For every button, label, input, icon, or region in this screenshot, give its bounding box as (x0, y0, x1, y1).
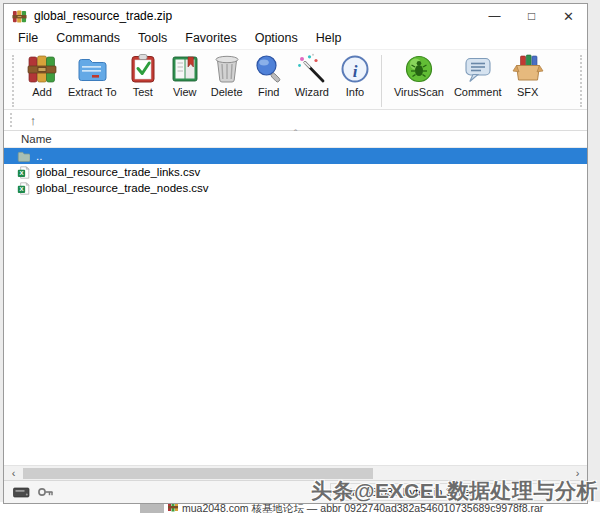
scroll-right-arrow[interactable]: › (570, 466, 585, 480)
delete-trash-icon (211, 53, 243, 85)
info-icon: i (339, 53, 371, 85)
delete-button[interactable]: Delete (206, 52, 248, 99)
wizard-wand-icon (296, 53, 328, 85)
view-file-icon (169, 53, 201, 85)
status-bar: Total 38,337 bytes in 2 files (4, 480, 587, 503)
virus-scan-label: VirusScan (394, 86, 444, 98)
virus-scan-icon (403, 53, 435, 85)
toolbar: Add Extract To Test (4, 49, 587, 110)
up-one-level-button[interactable]: ↑ (21, 112, 45, 129)
extract-to-label: Extract To (68, 86, 117, 98)
list-column-header: Name ˆ (4, 130, 587, 148)
menu-tools[interactable]: Tools (129, 29, 176, 48)
info-button[interactable]: i Info (334, 52, 376, 99)
delete-label: Delete (211, 86, 243, 98)
find-label: Find (258, 86, 279, 98)
maximize-button[interactable]: □ (513, 4, 550, 28)
menu-favorites[interactable]: Favorites (176, 29, 245, 48)
test-label: Test (133, 86, 153, 98)
menu-bar: File Commands Tools Favorites Options He… (4, 28, 587, 49)
minimize-button[interactable]: — (476, 4, 513, 28)
file-list: .. X global_resource_trade_links.csv X g… (4, 148, 587, 465)
menu-help[interactable]: Help (307, 29, 351, 48)
view-button[interactable]: View (164, 52, 206, 99)
view-label: View (173, 86, 197, 98)
file-name: .. (36, 150, 42, 162)
scrollbar-thumb[interactable] (23, 468, 373, 479)
sfx-icon (512, 53, 544, 85)
add-archive-icon (26, 53, 58, 85)
disk-drive-icon[interactable] (13, 487, 30, 498)
address-bar-gripper[interactable] (10, 113, 13, 127)
status-total-text: Total 38,337 bytes in 2 files (337, 486, 476, 498)
window-title: global_resource_trade.zip (34, 9, 172, 23)
toolbar-right-gripper (580, 55, 583, 107)
test-button[interactable]: Test (122, 52, 164, 99)
file-row-links-csv[interactable]: X global_resource_trade_links.csv (4, 164, 587, 180)
info-label: Info (346, 86, 364, 98)
find-magnifier-icon (253, 53, 285, 85)
comment-icon (462, 53, 494, 85)
address-bar: ↑ (4, 110, 587, 130)
name-column-header[interactable]: Name (21, 133, 52, 145)
file-name: global_resource_trade_nodes.csv (36, 182, 209, 194)
extract-to-button[interactable]: Extract To (63, 52, 122, 99)
toolbar-gripper[interactable] (12, 55, 15, 107)
wizard-button[interactable]: Wizard (290, 52, 334, 99)
menu-commands[interactable]: Commands (47, 29, 129, 48)
close-button[interactable]: ✕ (550, 4, 587, 28)
file-row-nodes-csv[interactable]: X global_resource_trade_nodes.csv (4, 180, 587, 196)
sort-ascending-icon[interactable]: ˆ (294, 128, 298, 140)
add-button[interactable]: Add (21, 52, 63, 99)
sfx-label: SFX (517, 86, 538, 98)
comment-label: Comment (454, 86, 502, 98)
svg-text:i: i (353, 62, 358, 81)
file-name: global_resource_trade_links.csv (36, 166, 200, 178)
find-button[interactable]: Find (248, 52, 290, 99)
svg-text:X: X (19, 185, 23, 192)
extract-to-icon (76, 53, 108, 85)
encryption-key-icon[interactable] (37, 486, 54, 498)
virus-scan-button[interactable]: VirusScan (389, 52, 449, 99)
sfx-button[interactable]: SFX (507, 52, 549, 99)
menu-file[interactable]: File (9, 29, 47, 48)
status-total-pane: Total 38,337 bytes in 2 files (330, 483, 585, 501)
wizard-label: Wizard (295, 86, 329, 98)
title-bar: global_resource_trade.zip — □ ✕ (4, 4, 587, 28)
add-label: Add (32, 86, 52, 98)
comment-button[interactable]: Comment (449, 52, 507, 99)
winrar-window: global_resource_trade.zip — □ ✕ File Com… (3, 3, 588, 504)
test-archive-icon (127, 53, 159, 85)
parent-folder-icon (17, 150, 30, 163)
toolbar-separator (381, 55, 382, 107)
menu-options[interactable]: Options (246, 29, 307, 48)
csv-file-icon: X (17, 166, 30, 179)
svg-text:X: X (19, 169, 23, 176)
file-row-parent[interactable]: .. (4, 148, 587, 164)
scroll-left-arrow[interactable]: ‹ (6, 466, 21, 480)
csv-file-icon: X (17, 182, 30, 195)
winrar-app-icon (12, 9, 27, 24)
horizontal-scrollbar[interactable]: ‹ › (4, 465, 587, 480)
